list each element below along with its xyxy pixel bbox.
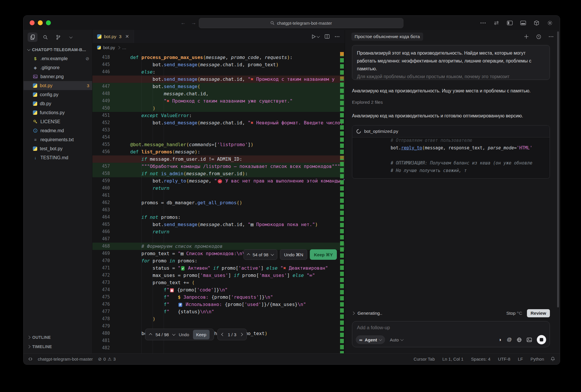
mention-at-icon[interactable]: @ [507, 337, 512, 343]
next-file-chevron-icon[interactable] [239, 333, 243, 336]
next-diff-chevron-icon[interactable] [271, 253, 274, 256]
editor-more-actions-icon[interactable] [335, 36, 339, 37]
code-card-header[interactable]: bot_optimized.py [352, 126, 550, 137]
model-selector[interactable]: Auto [390, 337, 403, 342]
toggle-panel-icon[interactable] [520, 20, 526, 26]
agent-mode-selector[interactable]: ∞ Agent [356, 335, 385, 344]
run-options-chevron-icon[interactable] [317, 34, 320, 37]
code-line-467[interactable]: 467 [92, 235, 345, 243]
stop-generating-button[interactable]: Stop ^C [506, 311, 522, 316]
status-item-cursor-tab[interactable]: Cursor Tab [414, 357, 435, 361]
code-line-478[interactable]: 478 ) [92, 315, 345, 323]
minimize-window-button[interactable] [38, 20, 43, 25]
code-line-460[interactable]: 460 return [92, 185, 345, 192]
code-line-418[interactable]: 418def process_promo_max_uses(message, p… [92, 54, 345, 61]
attach-image-icon[interactable] [527, 338, 532, 342]
toggle-layout-icon[interactable] [494, 20, 499, 26]
timeline-section-header[interactable]: TIMELINE [24, 342, 92, 351]
split-editor-icon[interactable] [325, 34, 330, 39]
file-item-bot-py[interactable]: bot.py3 [24, 81, 92, 90]
file-item-requirements-txt[interactable]: ≡requirements.txt [24, 135, 92, 144]
file-item-license[interactable]: LICENSE [24, 117, 92, 126]
code-line-462[interactable]: 462 promos = db_manager.get_all_promos() [92, 199, 345, 206]
chat-history-clock-icon[interactable] [536, 34, 541, 39]
chat-scrollbar[interactable] [557, 31, 559, 307]
workspace-name[interactable]: chatgpt-telegram-bot-master [38, 357, 93, 361]
file-item--env-example[interactable]: $.env.example⊘ [24, 54, 92, 63]
code-line-450[interactable]: 450 ) [92, 105, 345, 112]
code-line-447[interactable]: 447 bot.send_message( [92, 83, 345, 90]
code-line-468[interactable]: 468 # Формируем список промокодов [92, 243, 345, 250]
web-globe-icon[interactable] [517, 337, 522, 342]
source-control-branch-icon[interactable] [53, 33, 63, 42]
file-item-config-py[interactable]: config.py [24, 90, 92, 99]
sidebar-search-icon[interactable] [40, 33, 50, 42]
code-line-482[interactable]: 482 [92, 344, 345, 352]
run-python-file-button[interactable] [312, 34, 319, 39]
code-line-448[interactable]: 448 message.chat.id, [92, 90, 345, 97]
tab-bot-py[interactable]: bot.py 3 ✕ [92, 30, 134, 43]
review-button[interactable]: Review [527, 309, 550, 317]
next-diff-chevron-icon[interactable] [172, 332, 175, 336]
code-line-463[interactable]: 463 [92, 206, 345, 214]
tab-close-icon[interactable]: ✕ [125, 34, 129, 39]
keep-button[interactable]: Keep [193, 330, 210, 339]
close-window-button[interactable] [30, 20, 35, 25]
forward-icon[interactable]: → [191, 20, 196, 26]
status-item-python[interactable]: Python [530, 357, 544, 361]
file-item--gitignore[interactable]: ◆.gitignore [24, 63, 92, 72]
outline-section-header[interactable]: OUTLINE [24, 333, 92, 342]
code-line-diff[interactable]: if message.from_user.id != ADMIN_ID: [92, 155, 345, 163]
file-item-functions-py[interactable]: functions.py [24, 108, 92, 117]
code-line-476[interactable]: 476 f" # Использовано: {promo['used']}/{… [92, 301, 345, 308]
code-line-453[interactable]: 453 [92, 126, 345, 134]
chat-tab-title[interactable]: Простое объяснение кода бота [351, 33, 423, 41]
more-actions-icon[interactable] [480, 20, 486, 26]
code-line-446[interactable]: 446 else: [92, 68, 345, 76]
code-line-445[interactable]: 445 bot.send_message(message.chat.id, pr… [92, 61, 345, 68]
code-line-472[interactable]: 472 max_uses = promo['max_uses'] if prom… [92, 272, 345, 279]
user-message-card[interactable]: Проанализируй этот код на производительн… [352, 45, 550, 80]
code-line-454[interactable]: 454 [92, 134, 345, 141]
breadcrumb-symbol[interactable]: … [122, 45, 126, 50]
code-line-458[interactable]: 458 if not is_admin(message.from_user.id… [92, 170, 345, 177]
breadcrumb[interactable]: bot.py … [92, 43, 345, 52]
code-line-461[interactable]: 461 [92, 192, 345, 199]
explored-files-note[interactable]: Explored 2 files [352, 100, 550, 105]
settings-gear-icon[interactable] [547, 20, 553, 26]
sidebar-views-chevron-icon[interactable] [66, 33, 76, 42]
status-item-utf-8[interactable]: UTF-8 [498, 357, 510, 361]
code-line-457[interactable]: 457 """Обработчик команды /listpromo — п… [92, 163, 345, 170]
code-line-451[interactable]: 451 except ValueError: [92, 112, 345, 119]
remote-indicator-icon[interactable] [28, 357, 33, 361]
file-item-db-py[interactable]: db.py [24, 99, 92, 108]
code-line-456[interactable]: 456def list_promos(message): [92, 148, 345, 155]
code-line-459[interactable]: 459 bot.reply_to(message, "− У вас нет п… [92, 177, 345, 185]
diff-overview-ruler[interactable] [340, 52, 344, 354]
code-line-449[interactable]: 449 "✖ Промокод с таким названием уже су… [92, 97, 345, 105]
code-line-465[interactable]: 465 bot.send_message(message.chat.id, "▤… [92, 221, 345, 228]
code-line-471[interactable]: 471 status = "✔ Активен" if promo['activ… [92, 264, 345, 272]
toggle-primary-sidebar-icon[interactable] [507, 20, 513, 26]
undo-button[interactable]: Undo [179, 331, 189, 338]
code-line-475[interactable]: 475 f" $ Запросов: {promo['requests']}\n… [92, 293, 345, 301]
code-card-body[interactable]: # Отправляем ответ пользователюbot.reply… [352, 137, 550, 178]
extensions-cube-icon[interactable] [534, 20, 539, 26]
project-root-folder[interactable]: CHATGPT-TELEGRAM-B... [24, 45, 92, 54]
code-line-474[interactable]: 474 f"▣ {promo['code']}\n" [92, 286, 345, 293]
problems-indicator[interactable]: ⊘ 0 ⚠ 3 [98, 357, 116, 362]
zoom-window-button[interactable] [46, 20, 51, 25]
code-line-455[interactable]: 455@bot.message_handler(commands=['listp… [92, 141, 345, 148]
prev-diff-chevron-icon[interactable] [149, 333, 152, 336]
file-item-readme-md[interactable]: readme.md [24, 126, 92, 135]
keep-button[interactable]: Keep ⌘Y [310, 249, 337, 260]
command-center-search[interactable]: chatgpt-telegram-bot-master [199, 18, 403, 28]
code-line-473[interactable]: 473 promo_text += ( [92, 279, 345, 286]
code-line-466[interactable]: 466 return [92, 228, 345, 235]
diff-counter[interactable]: 54 of 98 [244, 249, 277, 260]
status-item-ln-1-col-1[interactable]: Ln 1, Col 1 [442, 357, 464, 361]
usage-meter-icon[interactable]: ◗ [499, 337, 502, 343]
followup-input[interactable]: Add a follow-up ∞ Agent Auto ◗ [352, 321, 550, 347]
notifications-bell-icon[interactable] [550, 357, 555, 361]
code-line-diff[interactable]: bot.send_message(message.chat.id, "✖ Про… [92, 76, 345, 83]
